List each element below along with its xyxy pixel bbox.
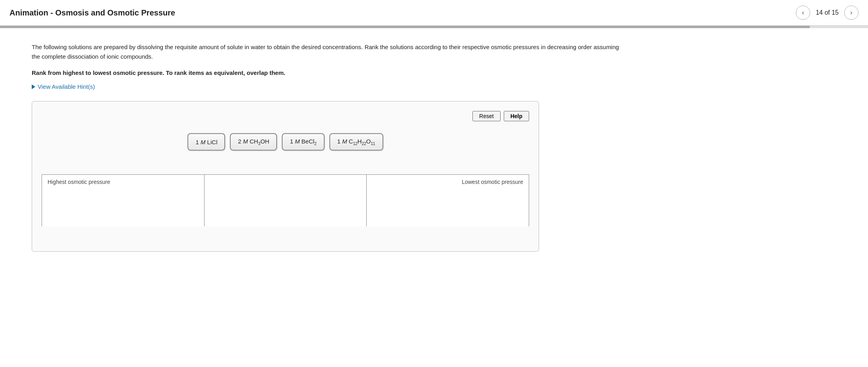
zone-highest-label: Highest osmotic pressure: [48, 179, 110, 185]
solution-item-c12h22o11[interactable]: 1 M C12H22O11: [329, 133, 383, 151]
solution-item-becl2[interactable]: 1 M BeCl2: [282, 133, 324, 151]
page-count: 14 of 15: [816, 9, 839, 16]
solution-item-ch3oh[interactable]: 2 M CH3OH: [230, 133, 277, 151]
solution-item-licl[interactable]: 1 M LiCl: [187, 133, 225, 151]
zone-lowest-label: Lowest osmotic pressure: [462, 179, 523, 185]
hint-arrow-icon: [32, 84, 35, 89]
ranking-widget: Reset Help 1 M LiCl 2 M CH3OH 1 M BeCl2 …: [32, 101, 539, 252]
hint-link[interactable]: View Available Hint(s): [32, 83, 836, 90]
main-content: The following solutions are prepared by …: [0, 28, 868, 252]
next-button[interactable]: ›: [844, 6, 858, 20]
page-title: Animation - Osmosis and Osmotic Pressure: [10, 8, 175, 17]
ranking-toolbar: Reset Help: [42, 111, 529, 121]
reset-button[interactable]: Reset: [472, 111, 501, 121]
ranking-zone-highest[interactable]: Highest osmotic pressure: [42, 175, 205, 226]
instruction-text: Rank from highest to lowest osmotic pres…: [32, 69, 626, 76]
page-header: Animation - Osmosis and Osmotic Pressure…: [0, 0, 868, 26]
help-button[interactable]: Help: [504, 111, 529, 121]
hint-label: View Available Hint(s): [38, 83, 95, 90]
ranking-zone-middle[interactable]: [205, 175, 367, 226]
question-text: The following solutions are prepared by …: [32, 42, 626, 61]
navigation-controls: ‹ 14 of 15 ›: [796, 6, 858, 20]
prev-button[interactable]: ‹: [796, 6, 810, 20]
solution-items-area: 1 M LiCl 2 M CH3OH 1 M BeCl2 1 M C12H22O…: [42, 133, 529, 151]
ranking-zone-lowest[interactable]: Lowest osmotic pressure: [367, 175, 529, 226]
ranking-zones: Highest osmotic pressure Lowest osmotic …: [42, 174, 529, 226]
